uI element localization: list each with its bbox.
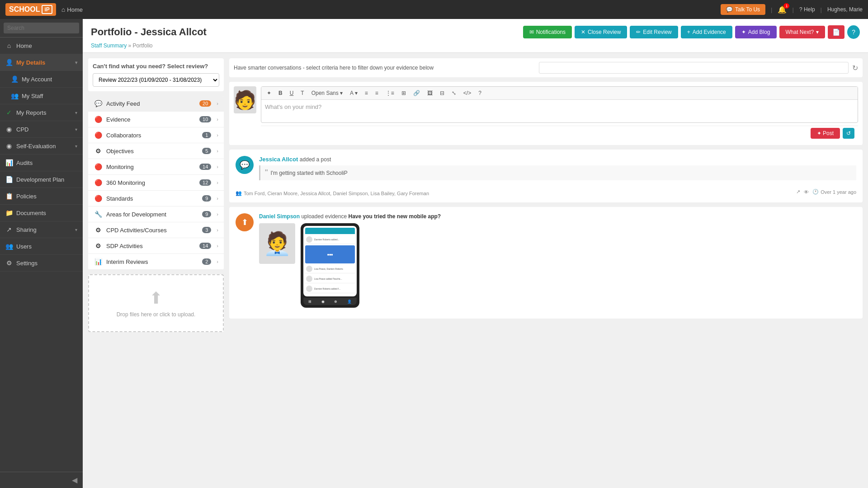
menu-item-objectives[interactable]: ⚙ Objectives 5 › [88, 143, 224, 159]
breadcrumb-staff-summary[interactable]: Staff Summary [91, 42, 127, 49]
envelope-icon: ✉ [529, 29, 534, 35]
sidebar-item-my-account[interactable]: 👤 My Account [0, 71, 83, 88]
editor-tool-underline[interactable]: U [287, 89, 297, 98]
sidebar-item-self-eval[interactable]: ◉ Self-Evaluation ▾ [0, 138, 83, 155]
filter-input[interactable] [539, 62, 849, 74]
notification-badge: 1 [783, 3, 789, 9]
editor-tool-code[interactable]: </> [461, 89, 474, 98]
documents-icon: 📁 [5, 209, 13, 216]
areas-dev-badge: 9 [202, 211, 211, 217]
editor-tool-list1[interactable]: ≡ [362, 89, 371, 98]
view-icon[interactable]: 👁 [804, 189, 809, 195]
phone-avatar-2 [306, 266, 312, 272]
areas-dev-icon: 🔧 [94, 211, 103, 218]
feed-participants: 👥 Tom Ford, Cieran Moore, Jessica Allcot… [236, 190, 429, 196]
areas-dev-arrow: › [217, 211, 218, 217]
notifications-button[interactable]: ✉ Notifications [523, 26, 572, 38]
portfolio-title-row: Portfolio - Jessica Allcot ✉ Notificatio… [91, 25, 860, 39]
editor-tool-color[interactable]: A ▾ [347, 89, 360, 98]
share-icon[interactable]: ↗ [796, 189, 800, 195]
avatar-icon: 💬 [240, 160, 250, 170]
activity-feed-icon: 💬 [94, 100, 103, 107]
editor-tool-bold[interactable]: B [276, 89, 285, 98]
menu-item-monitoring[interactable]: 🔴 Monitoring 14 › [88, 159, 224, 175]
editor-tool-link[interactable]: 🔗 [410, 89, 423, 98]
editor-tool-help[interactable]: ? [476, 89, 484, 98]
editor-tool-list3[interactable]: ⋮≡ [383, 89, 397, 98]
menu-item-standards[interactable]: 🔴 Standards 9 › [88, 191, 224, 206]
sdp-activities-icon: ⚙ [94, 242, 103, 249]
editor-body[interactable]: What's on your mind? [261, 100, 858, 122]
user-menu[interactable]: Hughes, Marie [827, 6, 863, 13]
editor-tool-list2[interactable]: ≡ [373, 89, 381, 98]
sidebar-item-my-details[interactable]: 👤 My Details ▾ [0, 54, 83, 71]
portfolio-header: Portfolio - Jessica Allcot ✉ Notificatio… [83, 19, 868, 53]
breadcrumb: Staff Summary » Portfolio [91, 42, 860, 52]
help-link[interactable]: ? Help [799, 6, 815, 13]
participants-list: Tom Ford, Cieran Moore, Jessica Allcot, … [244, 191, 429, 196]
post-button[interactable]: ✦ Post [811, 128, 840, 139]
sidebar-item-settings[interactable]: ⚙ Settings [0, 255, 83, 272]
feed-bottom-meta: 👥 Tom Ford, Cieran Moore, Jessica Allcot… [236, 188, 856, 196]
refresh-icon[interactable]: ↻ [852, 64, 858, 72]
upload-label: Drop files here or click to upload. [103, 311, 209, 318]
editor-tool-fullscreen[interactable]: ⤡ [449, 89, 459, 98]
jessica-avatar: 💬 [236, 156, 254, 174]
menu-item-cpd-activities[interactable]: ⚙ CPD Activities/Courses 3 › [88, 222, 224, 238]
phone-row-3: Lisa Peace added Teache... [305, 275, 355, 283]
editor-tool-embed[interactable]: ⊟ [437, 89, 447, 98]
upload-avatar-icon: ⬆ [241, 217, 248, 227]
sidebar-item-my-reports[interactable]: ✓ My Reports ▾ [0, 104, 83, 121]
menu-item-collaborators[interactable]: 🔴 Collaborators 1 › [88, 127, 224, 143]
sidebar-item-home[interactable]: ⌂ Home [0, 38, 83, 54]
add-blog-button[interactable]: ✦ Add Blog [735, 26, 777, 38]
monitoring-badge: 14 [199, 164, 211, 170]
sidebar-item-policies[interactable]: 📋 Policies [0, 188, 83, 205]
person-photo-avatar: 🧑‍💼 [259, 223, 295, 264]
menu-item-interim-reviews[interactable]: 📊 Interim Reviews 2 › [88, 254, 224, 270]
phone-text-4: Damien Roberts added f... [314, 287, 354, 290]
sidebar-item-audits[interactable]: 📊 Audits [0, 155, 83, 171]
editor-tool-font[interactable]: Open Sans ▾ [309, 89, 345, 98]
close-icon: ✕ [581, 29, 585, 35]
content-area: Portfolio - Jessica Allcot ✉ Notificatio… [83, 19, 868, 488]
chevron-icon2: ▾ [75, 110, 77, 115]
sidebar-item-users[interactable]: 👥 Users [0, 238, 83, 255]
sidebar-item-cpd[interactable]: ◉ CPD ▾ [0, 121, 83, 138]
activity-feed-arrow: › [217, 101, 218, 106]
menu-item-sdp-activities[interactable]: ⚙ SDP Activities 14 › [88, 238, 224, 254]
file-upload-box[interactable]: ⬆ Drop files here or click to upload. [88, 274, 224, 332]
menu-item-activity-feed[interactable]: 💬 Activity Feed 20 › [88, 96, 224, 112]
sidebar-item-documents[interactable]: 📁 Documents [0, 205, 83, 221]
editor-tool-table[interactable]: ⊞ [399, 89, 409, 98]
logo[interactable]: SCHOOL iP [5, 3, 56, 16]
notification-bell[interactable]: 🔔 1 [778, 5, 787, 14]
menu-item-areas-for-development[interactable]: 🔧 Areas for Development 9 › [88, 206, 224, 222]
close-review-button[interactable]: ✕ Close Review [575, 26, 627, 38]
talk-to-us-button[interactable]: 💬 Talk To Us [721, 4, 765, 15]
main-content: Can't find what you need? Select review?… [83, 53, 868, 488]
reset-button[interactable]: ↺ [843, 128, 854, 139]
help-circle-button[interactable]: ? [847, 25, 860, 39]
home-link[interactable]: Home [61, 6, 83, 13]
add-evidence-button[interactable]: + Add Evidence [681, 26, 732, 38]
sidebar-item-sharing[interactable]: ↗ Sharing ▾ [0, 221, 83, 238]
feed-action-label: added a post [300, 156, 331, 163]
search-input[interactable] [4, 23, 79, 33]
document-icon-button[interactable]: 📄 [828, 25, 844, 39]
review-select[interactable]: Review 2022/23 (01/09/2020 - 31/08/2023) [93, 73, 219, 87]
editor-tool-special[interactable]: ✦ [264, 89, 274, 98]
objectives-icon: ⚙ [94, 147, 103, 155]
feed-item-2-header: ⬆ Daniel Simpson uploaded evidence Have … [236, 213, 856, 308]
menu-item-evidence[interactable]: 🔴 Evidence 10 › [88, 112, 224, 127]
self-eval-icon: ◉ [5, 142, 13, 150]
edit-review-button[interactable]: ✏ Edit Review [630, 26, 678, 38]
sidebar-item-my-staff[interactable]: 👥 My Staff [0, 88, 83, 104]
menu-item-360-monitoring[interactable]: 🔴 360 Monitoring 12 › [88, 175, 224, 191]
sidebar-collapse-button[interactable]: ◀ [0, 472, 83, 488]
sidebar-item-dev-plan[interactable]: 📄 Development Plan [0, 171, 83, 188]
editor-tool-image[interactable]: 🖼 [425, 89, 435, 98]
nav-left: SCHOOL iP Home [5, 3, 83, 16]
editor-tool-text[interactable]: T [298, 89, 307, 98]
what-next-button[interactable]: What Next? ▾ [779, 26, 826, 38]
